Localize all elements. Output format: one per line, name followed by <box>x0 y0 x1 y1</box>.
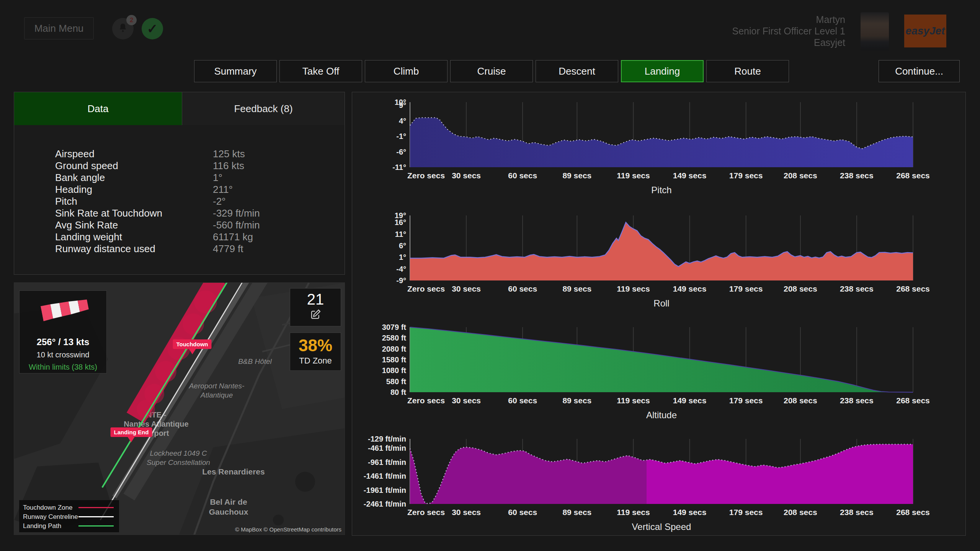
x-tick-label: 238 secs <box>840 284 874 293</box>
main-menu-button[interactable]: Main Menu <box>24 17 94 39</box>
y-tick-label: 9° <box>399 101 406 109</box>
tab-data[interactable]: Data <box>14 92 182 125</box>
y-tick-label: 11° <box>395 230 406 238</box>
user-name: Martyn <box>732 14 845 25</box>
tab-descent[interactable]: Descent <box>536 60 618 82</box>
x-tick-label: 179 secs <box>729 284 763 293</box>
check-icon: ✓ <box>147 21 158 36</box>
x-tick-label: 208 secs <box>784 171 817 180</box>
wind-crosswind: 10 kt crosswind <box>20 350 106 359</box>
easyjet-logo: easyJet <box>904 15 946 47</box>
metric-value: 211° <box>213 184 233 196</box>
y-tick-label: 1580 ft <box>382 355 407 364</box>
legend-runway-centreline: Runway Centreline <box>23 513 115 522</box>
x-tick-label: 119 secs <box>617 171 650 180</box>
y-tick-label: 80 ft <box>390 388 406 396</box>
metric-row: Ground speed116 kts <box>14 160 345 172</box>
y-tick-label: 1080 ft <box>382 366 407 375</box>
x-tick-label: 60 secs <box>508 396 537 405</box>
edit-icon <box>310 309 321 320</box>
y-tick-label: 2580 ft <box>382 334 407 342</box>
y-tick-label: 3079 ft <box>382 324 407 331</box>
x-tick-label: 179 secs <box>729 396 763 405</box>
landing-end-marker: Landing End <box>111 427 152 437</box>
metric-value: 61171 kg <box>213 231 253 243</box>
metric-row: Landing weight61171 kg <box>14 231 345 243</box>
edit-runway-button[interactable] <box>290 309 341 322</box>
wind-direction-speed: 256° / 13 kts <box>20 337 106 347</box>
avatar[interactable] <box>861 12 889 51</box>
x-tick-label: 238 secs <box>840 171 874 180</box>
y-tick-label: -961 ft/min <box>368 458 406 466</box>
y-tick-label: 2080 ft <box>382 345 407 353</box>
map-label-lockheed-2: Super Constellation <box>147 458 210 466</box>
x-tick-label: 179 secs <box>729 508 763 517</box>
x-tick-label: 60 secs <box>508 508 537 517</box>
tab-take-off[interactable]: Take Off <box>279 60 362 82</box>
map-label-airport-area-2: Atlantique <box>200 391 233 399</box>
legend-touchdown-zone: Touchdown Zone <box>23 504 115 513</box>
charts-panel: 10°9°4°-1°-6°-11°Zero secs30 secs60 secs… <box>352 92 966 536</box>
x-tick-label: 89 secs <box>562 508 591 517</box>
x-tick-label: 89 secs <box>562 396 591 405</box>
x-tick-label: 268 secs <box>896 171 930 180</box>
x-tick-label: 268 secs <box>896 508 930 517</box>
user-role: Senior First Officer Level 1 <box>732 25 845 37</box>
tab-cruise[interactable]: Cruise <box>450 60 533 82</box>
metric-row: Avg Sink Rate-560 ft/min <box>14 219 345 231</box>
data-panel: Data Feedback (8) Airspeed125 kts Ground… <box>14 92 345 275</box>
x-tick-label: 60 secs <box>508 171 537 180</box>
tab-route[interactable]: Route <box>706 60 789 82</box>
runway-number: 21 <box>290 291 341 308</box>
x-tick-label: 30 secs <box>452 171 481 180</box>
wind-limits-status: Within limits (38 kts) <box>20 363 106 372</box>
x-tick-label: 149 secs <box>673 171 707 180</box>
chart-vertical-speed: -129 ft/min-461 ft/min-961 ft/min-1461 f… <box>352 436 966 543</box>
user-company: Easyjet <box>732 37 845 48</box>
map-label-lockheed-1: Lockheed 1049 C <box>150 449 207 457</box>
check-button[interactable]: ✓ <box>142 18 163 39</box>
tab-summary[interactable]: Summary <box>194 60 277 82</box>
legend-label: Touchdown Zone <box>23 504 72 511</box>
map-legend: Touchdown Zone Runway Centreline Landing… <box>19 500 119 532</box>
chart-svg-vertical-speed: -129 ft/min-461 ft/min-961 ft/min-1461 f… <box>352 436 966 543</box>
x-tick-label: Zero secs <box>407 508 445 517</box>
map-label-hotel: B&B Hôtel <box>238 357 272 365</box>
x-tick-label: Zero secs <box>407 171 445 180</box>
x-tick-label: 89 secs <box>562 284 591 293</box>
wind-panel: 256° / 13 kts 10 kt crosswind Within lim… <box>19 290 107 373</box>
x-tick-label: Zero secs <box>407 396 445 405</box>
metric-label: Bank angle <box>55 172 105 184</box>
td-zone-label: TD Zone <box>290 356 341 366</box>
map-attribution[interactable]: © MapBox © OpenStreetMap contributors <box>235 526 341 533</box>
y-tick-label: 4° <box>399 117 406 125</box>
x-tick-label: 89 secs <box>562 171 591 180</box>
tab-feedback[interactable]: Feedback (8) <box>182 92 345 125</box>
landing-map: B&B Hôtel Aeroport Nantes- Atlantique NT… <box>14 282 345 535</box>
chart-roll: 19°16°11°6°1°-4°-9°Zero secs30 secs60 se… <box>352 212 966 320</box>
metric-value: 1° <box>213 172 222 184</box>
legend-line-swatch <box>78 507 114 508</box>
y-tick-label: 16° <box>395 218 406 227</box>
legend-label: Runway Centreline <box>23 513 78 520</box>
chart-pitch: 10°9°4°-1°-6°-11°Zero secs30 secs60 secs… <box>352 99 966 206</box>
x-tick-label: 268 secs <box>896 396 930 405</box>
x-tick-label: 208 secs <box>784 284 817 293</box>
y-tick-label: 580 ft <box>386 377 407 386</box>
metric-row: Sink Rate at Touchdown-329 ft/min <box>14 207 345 219</box>
y-tick-label: -6° <box>396 148 406 156</box>
metric-value: 116 kts <box>213 160 244 172</box>
easyjet-logo-text: easyJet <box>906 25 945 37</box>
y-tick-label: -1° <box>396 132 406 140</box>
phase-tab-bar: Summary Take Off Climb Cruise Descent La… <box>194 60 789 82</box>
notifications-button[interactable]: 2 <box>112 18 134 39</box>
chart-title: Roll <box>653 298 669 308</box>
y-tick-label: -9° <box>396 276 406 285</box>
x-tick-label: 60 secs <box>508 284 537 293</box>
tab-landing[interactable]: Landing <box>621 60 704 82</box>
continue-button[interactable]: Continue... <box>879 60 960 82</box>
y-tick-label: -4° <box>396 265 406 273</box>
x-tick-label: 30 secs <box>452 396 481 405</box>
tab-climb[interactable]: Climb <box>365 60 448 82</box>
y-tick-label: -2461 ft/min <box>364 500 406 508</box>
